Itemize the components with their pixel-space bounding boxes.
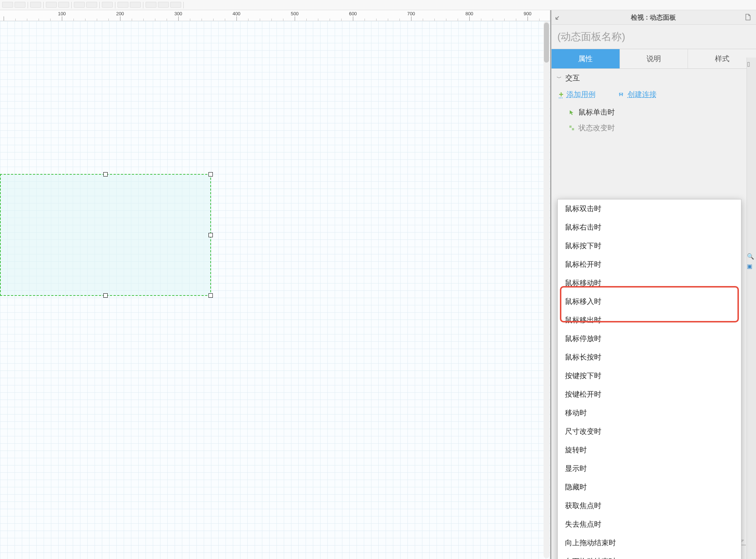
toolbar-button[interactable] xyxy=(118,2,128,8)
ruler-tick-label: 700 xyxy=(407,11,415,16)
widget-icon[interactable]: ▣ xyxy=(747,263,756,270)
tab-notes[interactable]: 说明 xyxy=(620,49,688,68)
event-menu-item[interactable]: 向上拖动结束时 xyxy=(558,534,741,552)
event-menu-item[interactable]: 按键按下时 xyxy=(558,366,741,385)
event-menu-item[interactable]: 隐藏时 xyxy=(558,478,741,496)
ruler-tick-label: 800 xyxy=(465,11,473,16)
event-menu-item[interactable]: 移动时 xyxy=(558,404,741,422)
section-interactions-header[interactable]: ﹀ 交互 xyxy=(552,69,756,87)
ruler-tick-label: 500 xyxy=(291,11,299,16)
ruler-tick-label: 100 xyxy=(58,11,66,16)
ruler-tick-label: 300 xyxy=(174,11,182,16)
event-menu-item[interactable]: 鼠标双击时 xyxy=(558,199,741,218)
tab-style[interactable]: 样式 xyxy=(688,49,756,68)
toolbar-button[interactable] xyxy=(30,2,41,8)
inspector-side-strip: ▯ 🔍 ▣ xyxy=(747,58,756,559)
resize-handle-top-right[interactable] xyxy=(208,172,213,177)
event-menu-item[interactable]: 鼠标停放时 xyxy=(558,329,741,348)
canvas-area[interactable]: 100200300400500600700800900 xyxy=(0,10,550,559)
ruler-tick-label: 400 xyxy=(232,11,240,16)
event-menu-item[interactable]: 鼠标移出时 xyxy=(558,311,741,329)
event-menu-item[interactable]: 鼠标松开时 xyxy=(558,255,741,274)
add-case-link[interactable]: + 添加用例 xyxy=(559,90,596,99)
plus-icon: + xyxy=(559,90,564,99)
inspector-body: ﹀ 交互 + 添加用例 创建连接 鼠标单击时 状态 xyxy=(552,69,756,559)
page-icon[interactable] xyxy=(745,14,752,21)
resize-handle-bottom-right[interactable] xyxy=(208,293,213,298)
toolbar-button[interactable] xyxy=(46,2,57,8)
inspector-title: 检视 : 动态面板 xyxy=(562,13,745,22)
collapse-icon[interactable] xyxy=(555,14,562,21)
ruler-tick-label: 600 xyxy=(349,11,357,16)
toolbar-button[interactable] xyxy=(58,2,69,8)
event-menu-item[interactable]: 鼠标移入时 xyxy=(558,292,741,311)
event-label: 状态改变时 xyxy=(578,123,615,133)
selected-dynamic-panel[interactable] xyxy=(0,174,211,296)
toolbar-button[interactable] xyxy=(15,2,25,8)
page-icon[interactable]: ▯ xyxy=(747,60,756,67)
toolbar-button[interactable] xyxy=(146,2,156,8)
event-menu-item[interactable]: 向下拖动结束时 xyxy=(558,552,741,559)
inspector-header: 检视 : 动态面板 xyxy=(552,10,756,25)
event-menu-item[interactable]: 失去焦点时 xyxy=(558,515,741,534)
ruler-horizontal[interactable]: 100200300400500600700800900 xyxy=(0,10,550,21)
interactions-actions-row: + 添加用例 创建连接 xyxy=(552,87,756,104)
resize-handle-right[interactable] xyxy=(208,233,213,237)
tab-properties[interactable]: 属性 xyxy=(552,49,620,68)
inspector-tabs: 属性 说明 样式 xyxy=(552,49,756,69)
link-icon xyxy=(617,92,625,97)
event-menu-item[interactable]: 鼠标右击时 xyxy=(558,218,741,237)
event-row-click[interactable]: 鼠标单击时 xyxy=(552,104,756,120)
toolbar-button[interactable] xyxy=(130,2,141,8)
chevron-down-icon: ﹀ xyxy=(557,75,562,82)
event-menu-item[interactable]: 尺寸改变时 xyxy=(558,422,741,441)
event-menu-item[interactable]: 鼠标长按时 xyxy=(558,348,741,366)
event-menu-item[interactable]: 鼠标按下时 xyxy=(558,237,741,255)
create-link-link[interactable]: 创建连接 xyxy=(617,90,657,99)
event-menu-popup: 鼠标双击时鼠标右击时鼠标按下时鼠标松开时鼠标移动时鼠标移入时鼠标移出时鼠标停放时… xyxy=(557,199,741,559)
widget-name-input[interactable]: (动态面板名称) xyxy=(552,25,756,49)
toolbar-button[interactable] xyxy=(102,2,113,8)
toolbar-button[interactable] xyxy=(170,2,181,8)
ruler-tick-label: 200 xyxy=(116,11,124,16)
top-toolbar xyxy=(0,0,756,10)
search-icon[interactable]: 🔍 xyxy=(747,253,756,260)
canvas-scrollbar-vertical[interactable] xyxy=(544,21,549,558)
create-link-label: 创建连接 xyxy=(628,90,657,99)
svg-rect-1 xyxy=(572,128,574,130)
toolbar-button[interactable] xyxy=(86,2,97,8)
ruler-tick-label: 900 xyxy=(524,11,532,16)
event-menu-item[interactable]: 显示时 xyxy=(558,459,741,478)
add-case-label: 添加用例 xyxy=(566,90,596,99)
cursor-icon xyxy=(568,109,575,116)
state-icon xyxy=(568,125,575,131)
section-interactions-label: 交互 xyxy=(565,73,580,83)
resize-handle-top[interactable] xyxy=(103,172,108,177)
event-menu-item[interactable]: 旋转时 xyxy=(558,441,741,459)
toolbar-button[interactable] xyxy=(158,2,169,8)
event-menu-item[interactable]: 按键松开时 xyxy=(558,385,741,404)
resize-handle-bottom[interactable] xyxy=(103,293,108,298)
event-menu-item[interactable]: 获取焦点时 xyxy=(558,496,741,515)
toolbar-button[interactable] xyxy=(2,2,13,8)
canvas-scrollbar-thumb[interactable] xyxy=(544,23,549,63)
event-label: 鼠标单击时 xyxy=(578,107,615,117)
inspector-panel: 检视 : 动态面板 (动态面板名称) 属性 说明 样式 ﹀ 交互 + 添加用例 … xyxy=(551,10,756,559)
event-row-state-change[interactable]: 状态改变时 xyxy=(552,120,756,136)
svg-rect-0 xyxy=(569,126,572,128)
toolbar-button[interactable] xyxy=(74,2,85,8)
event-menu-item[interactable]: 鼠标移动时 xyxy=(558,274,741,292)
